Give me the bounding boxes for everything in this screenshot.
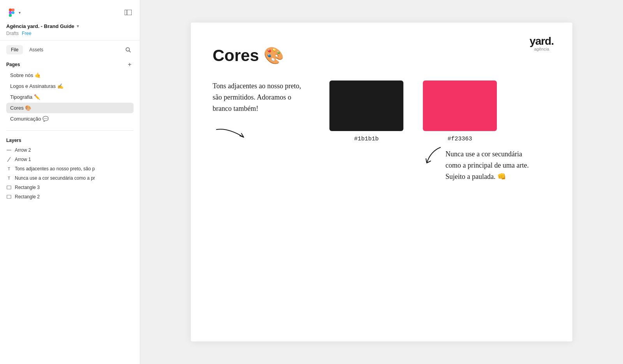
layout-icon — [125, 10, 132, 15]
page-item-comunicacao[interactable]: Comunicação 💬 — [6, 114, 134, 124]
page-item-sobre[interactable]: Sobre nós 🤙 — [6, 70, 134, 80]
svg-rect-2 — [9, 11, 12, 14]
swatch-pink-box — [423, 80, 497, 131]
slash-icon — [6, 157, 12, 162]
arrow-svg — [213, 126, 252, 145]
layer-rect2[interactable]: Rectangle 2 — [0, 192, 140, 201]
swatch-dark-box — [329, 80, 403, 131]
rect-icon-3 — [6, 185, 12, 190]
swatch-pink: #f23363 — [423, 80, 497, 142]
swatch-pink-label: #f23363 — [447, 136, 472, 142]
svg-rect-1 — [12, 9, 14, 11]
layer-name-arrow1: Arrow 1 — [15, 157, 31, 162]
svg-rect-0 — [9, 9, 12, 11]
tab-assets[interactable]: Assets — [25, 45, 48, 54]
sidebar-tabs: File Assets — [0, 40, 140, 55]
text-icon-1: T — [6, 166, 12, 172]
layer-text1[interactable]: T Tons adjacentes ao nosso preto, são p — [0, 164, 140, 173]
layer-name-text1: Tons adjacentes ao nosso preto, são p — [15, 166, 95, 172]
project-meta: Drafts Free — [6, 31, 134, 36]
colors-layout: Tons adjacentes ao nosso preto,são permi… — [213, 80, 551, 182]
figma-chevron-icon: ▾ — [19, 10, 21, 15]
add-page-button[interactable]: + — [126, 61, 134, 68]
layer-rect3[interactable]: Rectangle 3 — [0, 183, 140, 192]
arrow-note-svg — [423, 145, 442, 169]
divider — [6, 130, 134, 131]
pages-list: Sobre nós 🤙 Logos e Assinaturas ✍️ Tipog… — [6, 70, 134, 124]
pages-section-header: Pages + — [6, 61, 134, 68]
layer-name-text2: Nunca use a cor secundária como a pr — [15, 175, 95, 181]
description-text: Tons adjacentes ao nosso preto,são permi… — [213, 80, 301, 114]
svg-point-4 — [12, 11, 14, 14]
rect-icon-2 — [6, 194, 12, 200]
sidebar-header: ▾ Agência yard. - Brand Guide ▾ Drafts F… — [0, 0, 140, 40]
swatch-dark: #1b1b1b — [329, 80, 403, 142]
layer-name-arrow2: Arrow 2 — [15, 147, 31, 153]
search-button[interactable] — [123, 44, 134, 55]
line-icon — [6, 147, 12, 153]
text-icon-2: T — [6, 175, 12, 181]
brand-logo: yard. agência — [530, 35, 554, 51]
note-text: Nunca use a cor secundáriacomo a princip… — [445, 149, 529, 182]
svg-line-8 — [129, 51, 131, 52]
project-title-chevron: ▾ — [77, 24, 79, 29]
sidebar: ▾ Agência yard. - Brand Guide ▾ Drafts F… — [0, 0, 140, 364]
pages-section-title: Pages — [6, 62, 20, 67]
layers-section: Layers Arrow 2 Arrow 1 T Tons adjacentes… — [0, 134, 140, 364]
page-item-logos[interactable]: Logos e Assinaturas ✍️ — [6, 81, 134, 91]
main-canvas-area: yard. agência Cores 🎨 Tons adjacentes ao… — [140, 0, 623, 364]
panel-toggle-button[interactable] — [123, 7, 134, 18]
svg-rect-5 — [125, 10, 132, 15]
svg-line-10 — [7, 157, 11, 162]
tab-file[interactable]: File — [6, 45, 23, 54]
description-area: Tons adjacentes ao nosso preto,são permi… — [213, 80, 306, 145]
drafts-label: Drafts — [6, 31, 19, 36]
top-bar: ▾ — [6, 7, 134, 18]
svg-rect-11 — [7, 186, 11, 189]
free-label: Free — [22, 31, 32, 36]
page-content: Cores 🎨 Tons adjacentes ao nosso preto,s… — [191, 23, 572, 198]
layer-name-rect3: Rectangle 3 — [15, 185, 40, 190]
search-icon — [125, 47, 131, 52]
svg-rect-12 — [7, 195, 11, 199]
layers-section-title: Layers — [0, 134, 140, 145]
swatch-pink-group: #f23363 Nunca use a cor secundáriacomo a… — [423, 80, 529, 182]
page-heading: Cores 🎨 — [213, 46, 551, 65]
layer-arrow1[interactable]: Arrow 1 — [0, 155, 140, 164]
note-area: Nunca use a cor secundáriacomo a princip… — [423, 145, 529, 182]
layer-text2[interactable]: T Nunca use a cor secundária como a pr — [0, 173, 140, 183]
layer-name-rect2: Rectangle 2 — [15, 194, 40, 200]
color-swatches: #1b1b1b #f23363 Nunca us — [329, 80, 529, 182]
canvas-frame: yard. agência Cores 🎨 Tons adjacentes ao… — [191, 23, 572, 341]
svg-rect-3 — [9, 14, 12, 17]
project-title: Agência yard. - Brand Guide ▾ — [6, 23, 134, 29]
pages-section: Pages + Sobre nós 🤙 Logos e Assinaturas … — [0, 55, 140, 127]
figma-icon — [6, 7, 17, 18]
brand-name: yard. — [530, 35, 554, 47]
figma-logo[interactable]: ▾ — [6, 7, 21, 18]
layer-arrow2[interactable]: Arrow 2 — [0, 145, 140, 155]
swatch-dark-label: #1b1b1b — [354, 136, 378, 142]
page-item-cores[interactable]: Cores 🎨 — [6, 103, 134, 113]
page-item-tipografia[interactable]: Tipografia ✏️ — [6, 92, 134, 102]
